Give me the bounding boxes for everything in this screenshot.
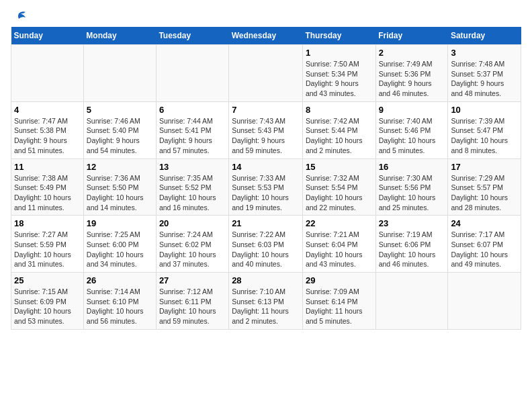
day-number: 4 (14, 105, 81, 115)
week-row-1: 1Sunrise: 7:50 AMSunset: 5:34 PMDaylight… (11, 45, 521, 102)
day-info: Sunrise: 7:30 AMSunset: 5:56 PMDaylight:… (379, 173, 445, 213)
day-info: Sunrise: 7:43 AMSunset: 5:43 PMDaylight:… (232, 116, 300, 156)
day-info: Sunrise: 7:25 AMSunset: 6:00 PMDaylight:… (87, 230, 153, 269)
day-info: Sunrise: 7:21 AMSunset: 6:04 PMDaylight:… (306, 230, 373, 269)
header-sunday: Sunday (11, 27, 84, 45)
calendar-cell: 27Sunrise: 7:12 AMSunset: 6:11 PMDayligh… (156, 273, 228, 330)
day-number: 22 (306, 218, 373, 228)
calendar-table: SundayMondayTuesdayWednesdayThursdayFrid… (11, 27, 521, 330)
day-info: Sunrise: 7:35 AMSunset: 5:52 PMDaylight:… (159, 173, 226, 213)
calendar-cell: 13Sunrise: 7:35 AMSunset: 5:52 PMDayligh… (156, 158, 228, 216)
calendar-cell: 20Sunrise: 7:24 AMSunset: 6:02 PMDayligh… (156, 216, 228, 273)
page-header (11, 11, 521, 20)
day-number: 6 (159, 105, 226, 115)
calendar-cell: 9Sunrise: 7:40 AMSunset: 5:46 PMDaylight… (375, 101, 448, 158)
day-info: Sunrise: 7:14 AMSunset: 6:10 PMDaylight:… (87, 287, 153, 326)
logo-bird-icon (12, 11, 27, 23)
calendar-cell: 1Sunrise: 7:50 AMSunset: 5:34 PMDaylight… (302, 45, 375, 102)
week-row-3: 11Sunrise: 7:38 AMSunset: 5:49 PMDayligh… (11, 158, 521, 216)
day-number: 11 (14, 162, 81, 172)
calendar-cell: 3Sunrise: 7:48 AMSunset: 5:37 PMDaylight… (448, 45, 521, 102)
header-friday: Friday (375, 27, 448, 45)
calendar-cell: 2Sunrise: 7:49 AMSunset: 5:36 PMDaylight… (375, 45, 448, 102)
calendar-cell: 23Sunrise: 7:19 AMSunset: 6:06 PMDayligh… (375, 216, 448, 273)
calendar-cell: 24Sunrise: 7:17 AMSunset: 6:07 PMDayligh… (448, 216, 521, 273)
calendar-cell: 19Sunrise: 7:25 AMSunset: 6:00 PMDayligh… (83, 216, 156, 273)
calendar-cell: 15Sunrise: 7:32 AMSunset: 5:54 PMDayligh… (302, 158, 375, 216)
calendar-cell: 4Sunrise: 7:47 AMSunset: 5:38 PMDaylight… (11, 101, 84, 158)
day-info: Sunrise: 7:09 AMSunset: 6:14 PMDaylight:… (306, 287, 373, 326)
day-info: Sunrise: 7:40 AMSunset: 5:46 PMDaylight:… (379, 116, 445, 156)
calendar-cell: 5Sunrise: 7:46 AMSunset: 5:40 PMDaylight… (83, 101, 156, 158)
day-info: Sunrise: 7:24 AMSunset: 6:02 PMDaylight:… (159, 230, 226, 269)
day-info: Sunrise: 7:32 AMSunset: 5:54 PMDaylight:… (306, 173, 373, 213)
day-info: Sunrise: 7:22 AMSunset: 6:03 PMDaylight:… (232, 230, 300, 269)
calendar-cell: 12Sunrise: 7:36 AMSunset: 5:50 PMDayligh… (83, 158, 156, 216)
calendar-cell (156, 45, 228, 102)
day-number: 20 (159, 218, 226, 228)
day-number: 28 (232, 275, 300, 285)
calendar-cell: 29Sunrise: 7:09 AMSunset: 6:14 PMDayligh… (302, 273, 375, 330)
header-wednesday: Wednesday (229, 27, 303, 45)
day-number: 13 (159, 162, 226, 172)
header-monday: Monday (83, 27, 156, 45)
day-number: 19 (87, 218, 153, 228)
day-info: Sunrise: 7:33 AMSunset: 5:53 PMDaylight:… (232, 173, 300, 213)
week-row-2: 4Sunrise: 7:47 AMSunset: 5:38 PMDaylight… (11, 101, 521, 158)
day-info: Sunrise: 7:19 AMSunset: 6:06 PMDaylight:… (379, 230, 445, 269)
calendar-cell: 8Sunrise: 7:42 AMSunset: 5:44 PMDaylight… (302, 101, 375, 158)
calendar-cell: 18Sunrise: 7:27 AMSunset: 5:59 PMDayligh… (11, 216, 84, 273)
calendar-cell: 26Sunrise: 7:14 AMSunset: 6:10 PMDayligh… (83, 273, 156, 330)
calendar-cell: 16Sunrise: 7:30 AMSunset: 5:56 PMDayligh… (375, 158, 448, 216)
day-info: Sunrise: 7:49 AMSunset: 5:36 PMDaylight:… (379, 59, 445, 99)
day-info: Sunrise: 7:17 AMSunset: 6:07 PMDaylight:… (451, 230, 518, 269)
day-number: 10 (451, 105, 518, 115)
day-number: 9 (379, 105, 445, 115)
calendar-cell (11, 45, 84, 102)
day-number: 29 (306, 275, 373, 285)
day-info: Sunrise: 7:36 AMSunset: 5:50 PMDaylight:… (87, 173, 153, 213)
calendar-cell: 6Sunrise: 7:44 AMSunset: 5:41 PMDaylight… (156, 101, 228, 158)
day-number: 14 (232, 162, 300, 172)
header-thursday: Thursday (302, 27, 375, 45)
week-row-4: 18Sunrise: 7:27 AMSunset: 5:59 PMDayligh… (11, 216, 521, 273)
calendar-cell: 7Sunrise: 7:43 AMSunset: 5:43 PMDaylight… (229, 101, 303, 158)
header-tuesday: Tuesday (156, 27, 228, 45)
day-number: 17 (451, 162, 518, 172)
day-number: 18 (14, 218, 81, 228)
day-number: 16 (379, 162, 445, 172)
calendar-cell: 25Sunrise: 7:15 AMSunset: 6:09 PMDayligh… (11, 273, 84, 330)
day-number: 21 (232, 218, 300, 228)
day-info: Sunrise: 7:42 AMSunset: 5:44 PMDaylight:… (306, 116, 373, 156)
calendar-cell: 17Sunrise: 7:29 AMSunset: 5:57 PMDayligh… (448, 158, 521, 216)
day-info: Sunrise: 7:48 AMSunset: 5:37 PMDaylight:… (451, 59, 518, 99)
calendar-cell (83, 45, 156, 102)
day-info: Sunrise: 7:46 AMSunset: 5:40 PMDaylight:… (87, 116, 153, 156)
day-info: Sunrise: 7:47 AMSunset: 5:38 PMDaylight:… (14, 116, 81, 156)
day-number: 12 (87, 162, 153, 172)
day-number: 5 (87, 105, 153, 115)
calendar-cell: 11Sunrise: 7:38 AMSunset: 5:49 PMDayligh… (11, 158, 84, 216)
calendar-cell: 10Sunrise: 7:39 AMSunset: 5:47 PMDayligh… (448, 101, 521, 158)
calendar-cell (448, 273, 521, 330)
header-saturday: Saturday (448, 27, 521, 45)
day-info: Sunrise: 7:15 AMSunset: 6:09 PMDaylight:… (14, 287, 81, 326)
day-number: 7 (232, 105, 300, 115)
week-row-5: 25Sunrise: 7:15 AMSunset: 6:09 PMDayligh… (11, 273, 521, 330)
day-info: Sunrise: 7:50 AMSunset: 5:34 PMDaylight:… (306, 59, 373, 99)
day-info: Sunrise: 7:27 AMSunset: 5:59 PMDaylight:… (14, 230, 81, 269)
day-info: Sunrise: 7:39 AMSunset: 5:47 PMDaylight:… (451, 116, 518, 156)
calendar-header-row: SundayMondayTuesdayWednesdayThursdayFrid… (11, 27, 521, 45)
calendar-cell (375, 273, 448, 330)
day-number: 3 (451, 48, 518, 58)
day-info: Sunrise: 7:44 AMSunset: 5:41 PMDaylight:… (159, 116, 226, 156)
day-number: 1 (306, 48, 373, 58)
day-info: Sunrise: 7:38 AMSunset: 5:49 PMDaylight:… (14, 173, 81, 213)
calendar-cell: 21Sunrise: 7:22 AMSunset: 6:03 PMDayligh… (229, 216, 303, 273)
day-number: 2 (379, 48, 445, 58)
day-info: Sunrise: 7:29 AMSunset: 5:57 PMDaylight:… (451, 173, 518, 213)
day-number: 25 (14, 275, 81, 285)
day-number: 24 (451, 218, 518, 228)
logo (11, 11, 27, 20)
calendar-cell: 14Sunrise: 7:33 AMSunset: 5:53 PMDayligh… (229, 158, 303, 216)
